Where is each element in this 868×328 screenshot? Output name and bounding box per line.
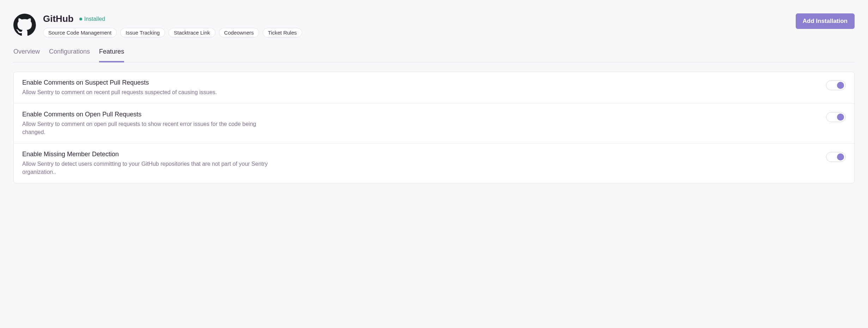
title-row: GitHub Installed	[43, 13, 302, 24]
toggle-knob-icon	[837, 82, 844, 89]
tab-features[interactable]: Features	[99, 48, 124, 62]
tab-configurations[interactable]: Configurations	[49, 48, 90, 62]
chip-source-code-management: Source Code Management	[43, 28, 117, 37]
toggle-suspect-pr-comments[interactable]	[826, 80, 846, 90]
feature-text: Enable Comments on Open Pull Requests Al…	[22, 111, 276, 136]
feature-text: Enable Comments on Suspect Pull Requests…	[22, 79, 217, 96]
integration-header: GitHub Installed Source Code Management …	[13, 13, 855, 37]
feature-title: Enable Comments on Suspect Pull Requests	[22, 79, 217, 86]
toggle-missing-member-detection[interactable]	[826, 152, 846, 162]
toggle-knob-icon	[837, 114, 844, 121]
status-dot-icon	[79, 18, 82, 20]
feature-desc: Allow Sentry to comment on recent pull r…	[22, 89, 217, 96]
feature-row-suspect-pr-comments: Enable Comments on Suspect Pull Requests…	[14, 72, 854, 104]
github-icon	[13, 13, 36, 36]
feature-desc: Allow Sentry to comment on open pull req…	[22, 120, 276, 136]
tab-overview[interactable]: Overview	[13, 48, 40, 62]
chip-codeowners: Codeowners	[219, 28, 259, 37]
feature-text: Enable Missing Member Detection Allow Se…	[22, 151, 276, 176]
status-badge: Installed	[79, 16, 105, 22]
feature-title: Enable Missing Member Detection	[22, 151, 276, 158]
toggle-knob-icon	[837, 153, 844, 160]
feature-title: Enable Comments on Open Pull Requests	[22, 111, 276, 118]
chip-issue-tracking: Issue Tracking	[120, 28, 165, 37]
features-panel: Enable Comments on Suspect Pull Requests…	[13, 72, 855, 183]
status-text: Installed	[84, 16, 105, 22]
page-title: GitHub	[43, 13, 74, 24]
feature-row-open-pr-comments: Enable Comments on Open Pull Requests Al…	[14, 104, 854, 144]
tabs: Overview Configurations Features	[13, 48, 855, 62]
chip-stacktrace-link: Stacktrace Link	[169, 28, 215, 37]
feature-desc: Allow Sentry to detect users committing …	[22, 160, 276, 176]
add-installation-button[interactable]: Add Installation	[796, 13, 855, 29]
header-meta: GitHub Installed Source Code Management …	[43, 13, 302, 37]
feature-row-missing-member-detection: Enable Missing Member Detection Allow Se…	[14, 144, 854, 183]
chip-ticket-rules: Ticket Rules	[263, 28, 302, 37]
toggle-open-pr-comments[interactable]	[826, 112, 846, 122]
header-left: GitHub Installed Source Code Management …	[13, 13, 302, 37]
chips-row: Source Code Management Issue Tracking St…	[43, 28, 302, 37]
